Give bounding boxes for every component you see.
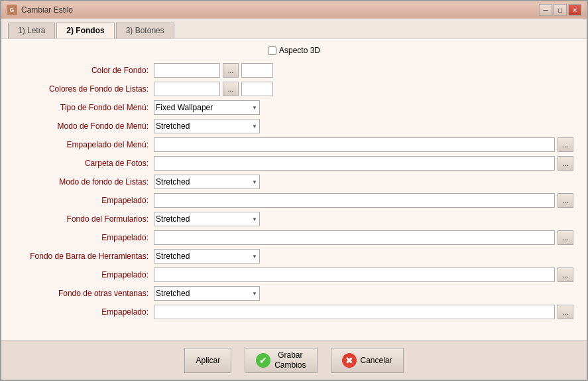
title-buttons: ─ □ ✕ — [539, 4, 581, 16]
save-button[interactable]: ✔ GrabarCambios — [245, 348, 317, 373]
app-icon: G — [7, 5, 17, 15]
empapelado-listas-control: ... — [154, 193, 573, 208]
empapelado-otras-browse[interactable]: ... — [558, 305, 573, 319]
minimize-button[interactable]: ─ — [539, 4, 552, 16]
save-icon: ✔ — [256, 353, 270, 368]
aspecto-3d-label: Aspecto 3D — [279, 46, 320, 55]
modo-fondo-menu-select[interactable]: Stretched Tiled Centered — [154, 119, 260, 133]
colores-fondo-listas-control: 16,777,215 ... — [154, 82, 573, 96]
empapelado-listas-input[interactable] — [154, 193, 555, 208]
color-fondo-browse[interactable]: ... — [223, 63, 239, 78]
empapelado-menu-input[interactable] — [154, 137, 555, 152]
empapelado-herramientas-label: Empapelado: — [15, 270, 154, 279]
fondo-barra-herramientas-row: Fondo de Barra de Herramientas: Stretche… — [15, 249, 573, 264]
empapelado-menu-control: ... — [154, 137, 573, 152]
maximize-button[interactable]: □ — [554, 4, 567, 16]
tipo-fondo-menu-row: Tipo de Fondo del Menú: Fixed Wallpaper … — [15, 100, 573, 115]
save-label: GrabarCambios — [274, 350, 306, 370]
empapelado-formularios-browse[interactable]: ... — [558, 230, 573, 245]
aspecto-3d-row: Aspecto 3D — [15, 46, 573, 55]
empapelado-herramientas-control: ... — [154, 267, 573, 282]
colores-fondo-listas-input[interactable]: 16,777,215 — [154, 82, 220, 96]
carpeta-fotos-browse[interactable]: ... — [558, 156, 573, 171]
empapelado-listas-row: Empapelado: ... — [15, 193, 573, 208]
empapelado-menu-label: Empapelado del Menú: — [15, 140, 154, 149]
modo-fondo-menu-label: Modo de Fondo de Menú: — [15, 121, 154, 131]
color-fondo-input[interactable]: 14,741,502 — [154, 63, 220, 78]
fondo-otras-ventanas-select[interactable]: Stretched Tiled Centered — [154, 286, 260, 301]
fondo-otras-ventanas-wrapper: Stretched Tiled Centered — [154, 286, 260, 301]
carpeta-fotos-control: ... — [154, 156, 573, 171]
fondo-formularios-row: Fondo del Formularios: Stretched Tiled C… — [15, 212, 573, 226]
footer: Aplicar ✔ GrabarCambios ✖ Cancelar — [1, 340, 587, 380]
window-title: Cambiar Estilo — [21, 5, 73, 15]
tipo-fondo-menu-wrapper: Fixed Wallpaper Stretched Tiled — [154, 100, 260, 115]
empapelado-menu-browse[interactable]: ... — [558, 137, 573, 152]
cancel-label: Cancelar — [361, 356, 392, 365]
close-button[interactable]: ✕ — [568, 4, 581, 16]
empapelado-herramientas-row: Empapelado: ... — [15, 267, 573, 282]
modo-fondo-menu-control: Stretched Tiled Centered — [154, 119, 573, 133]
tipo-fondo-menu-select[interactable]: Fixed Wallpaper Stretched Tiled — [154, 100, 260, 115]
fondo-barra-herramientas-label: Fondo de Barra de Herramientas: — [15, 252, 154, 261]
empapelado-herramientas-browse[interactable]: ... — [558, 267, 573, 282]
modo-fondo-listas-control: Stretched Tiled Centered — [154, 175, 573, 189]
title-bar-left: G Cambiar Estilo — [7, 5, 73, 15]
modo-fondo-listas-wrapper: Stretched Tiled Centered — [154, 175, 260, 189]
empapelado-listas-label: Empapelado: — [15, 196, 154, 205]
tab-bar: 1) Letra 2) Fondos 3) Botones — [1, 19, 587, 38]
tab-botones[interactable]: 3) Botones — [116, 23, 174, 38]
fondo-formularios-wrapper: Stretched Tiled Centered — [154, 212, 260, 226]
empapelado-formularios-row: Empapelado: ... — [15, 230, 573, 245]
aspecto-3d-checkbox[interactable] — [268, 46, 276, 55]
colores-fondo-listas-label: Colores de Fondo de Listas: — [15, 84, 154, 94]
empapelado-herramientas-input[interactable] — [154, 267, 555, 282]
title-bar: G Cambiar Estilo ─ □ ✕ — [1, 1, 587, 19]
color-fondo-row: Color de Fondo: 14,741,502 ... — [15, 63, 573, 78]
cancel-button[interactable]: ✖ Cancelar — [331, 348, 404, 373]
tab-letra[interactable]: 1) Letra — [8, 23, 55, 38]
color-fondo-control: 14,741,502 ... — [154, 63, 573, 78]
apply-button[interactable]: Aplicar — [184, 348, 231, 373]
color-fondo-preview — [241, 63, 273, 78]
empapelado-formularios-input[interactable] — [154, 230, 555, 245]
fondo-barra-herramientas-control: Stretched Tiled Centered — [154, 249, 573, 264]
cancel-icon: ✖ — [342, 353, 357, 368]
color-fondo-label: Color de Fondo: — [15, 66, 154, 75]
modo-fondo-listas-select[interactable]: Stretched Tiled Centered — [154, 175, 260, 189]
empapelado-menu-row: Empapelado del Menú: ... — [15, 137, 573, 152]
modo-fondo-menu-wrapper: Stretched Tiled Centered — [154, 119, 260, 133]
empapelado-listas-browse[interactable]: ... — [558, 193, 573, 208]
tipo-fondo-menu-control: Fixed Wallpaper Stretched Tiled — [154, 100, 573, 115]
empapelado-otras-row: Empapelado: ... — [15, 305, 573, 319]
fondo-otras-ventanas-label: Fondo de otras ventanas: — [15, 289, 154, 298]
empapelado-formularios-label: Empapelado: — [15, 233, 154, 242]
empapelado-otras-label: Empapelado: — [15, 307, 154, 317]
colores-fondo-listas-browse[interactable]: ... — [223, 82, 239, 96]
empapelado-otras-input[interactable] — [154, 305, 555, 319]
empapelado-otras-control: ... — [154, 305, 573, 319]
content-area: Aspecto 3D Color de Fondo: 14,741,502 ..… — [1, 38, 587, 340]
fondo-otras-ventanas-control: Stretched Tiled Centered — [154, 286, 573, 301]
main-window: G Cambiar Estilo ─ □ ✕ 1) Letra 2) Fondo… — [0, 0, 588, 381]
modo-fondo-listas-row: Modo de fondo de Listas: Stretched Tiled… — [15, 175, 573, 189]
colores-fondo-listas-preview — [241, 82, 273, 96]
apply-label: Aplicar — [196, 356, 220, 365]
empapelado-formularios-control: ... — [154, 230, 573, 245]
modo-fondo-menu-row: Modo de Fondo de Menú: Stretched Tiled C… — [15, 119, 573, 133]
fondo-formularios-select[interactable]: Stretched Tiled Centered — [154, 212, 260, 226]
tipo-fondo-menu-label: Tipo de Fondo del Menú: — [15, 103, 154, 112]
fondo-barra-herramientas-wrapper: Stretched Tiled Centered — [154, 249, 260, 264]
modo-fondo-listas-label: Modo de fondo de Listas: — [15, 177, 154, 187]
fondo-formularios-label: Fondo del Formularios: — [15, 214, 154, 224]
fondo-formularios-control: Stretched Tiled Centered — [154, 212, 573, 226]
fondo-barra-herramientas-select[interactable]: Stretched Tiled Centered — [154, 249, 260, 264]
fondo-otras-ventanas-row: Fondo de otras ventanas: Stretched Tiled… — [15, 286, 573, 301]
carpeta-fotos-row: Carpeta de Fotos: ... — [15, 156, 573, 171]
colores-fondo-listas-row: Colores de Fondo de Listas: 16,777,215 .… — [15, 82, 573, 96]
carpeta-fotos-label: Carpeta de Fotos: — [15, 159, 154, 168]
carpeta-fotos-input[interactable] — [154, 156, 555, 171]
tab-fondos[interactable]: 2) Fondos — [56, 23, 114, 38]
